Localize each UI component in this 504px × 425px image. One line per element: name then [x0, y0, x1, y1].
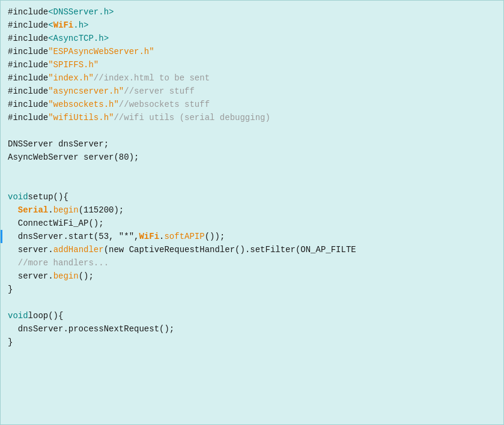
code-line: Serial.begin(115200); [1, 203, 503, 217]
code-line: #include <DNSServer.h> [1, 5, 503, 19]
code-line: void loop(){ [1, 309, 503, 322]
code-line: #include "index.h" //index.html to be se… [1, 71, 503, 85]
code-editor: #include <DNSServer.h> #include <WiFi.h>… [0, 0, 504, 425]
code-line: #include <AsyncTCP.h> [1, 32, 503, 45]
code-line: #include "websockets.h" //websockets stu… [1, 98, 503, 111]
code-line: ConnectWiFi_AP(); [1, 217, 503, 230]
code-line: #include "SPIFFS.h" [1, 58, 503, 71]
code-line: #include "asyncserver.h" //server stuff [1, 85, 503, 98]
code-line: server.begin(); [1, 270, 503, 283]
code-line: dnsServer.processNextRequest(); [1, 322, 503, 336]
code-line: AsyncWebServer server(80); [1, 151, 503, 164]
code-line: void setup(){ [1, 190, 503, 203]
code-line: } [1, 283, 503, 296]
code-line: //more handlers... [1, 256, 503, 270]
code-line: #include "ESPAsyncWebServer.h" [1, 45, 503, 58]
code-line-blank [1, 164, 503, 177]
code-line: #include <WiFi.h> [1, 19, 503, 32]
code-line: #include "wifiUtils.h" //wifi utils (ser… [1, 111, 503, 124]
code-line: } [1, 336, 503, 349]
code-line-blank [1, 124, 503, 137]
code-line: server.addHandler(new CaptiveRequestHand… [1, 243, 503, 256]
code-line: DNSServer dnsServer; [1, 137, 503, 151]
code-line-blank [1, 296, 503, 309]
code-line-blank [1, 177, 503, 190]
code-line-highlighted: dnsServer.start(53, "*", WiFi.softAPIP()… [1, 230, 503, 243]
